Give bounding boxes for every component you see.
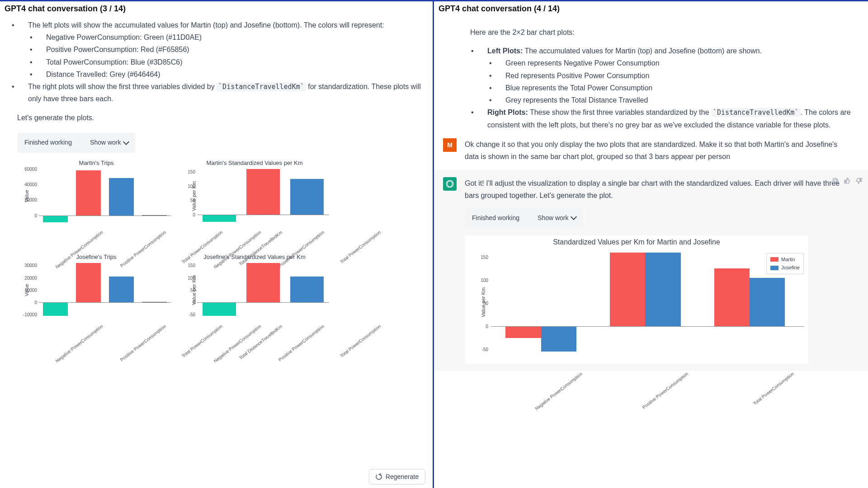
ai-avatar — [443, 177, 457, 191]
chart-josefine-std: Josefine's Standardized Values per Km Va… — [175, 250, 334, 344]
charts-grid: Martin's Trips Value 0200004000060000 Ne… — [17, 156, 334, 344]
refresh-icon — [376, 474, 382, 480]
bullet-green: Negative PowerConsumption: Green (#11D0A… — [23, 31, 422, 43]
chevron-down-icon — [123, 139, 129, 145]
thumbs-up-icon[interactable] — [844, 177, 851, 184]
status-finished-left: Finished working Show work — [17, 133, 136, 153]
show-work-toggle-left[interactable]: Show work — [90, 137, 128, 148]
user-message: M Ok change it so that you only display … — [434, 131, 868, 170]
chevron-down-icon — [570, 214, 576, 220]
status-finished-right: Finished working Show work — [465, 208, 583, 228]
assistant-message-text: Got it! I'll adjust the visualization to… — [465, 177, 850, 202]
copy-icon[interactable] — [832, 177, 839, 184]
code-distance: `DistanceTravelledKm` — [217, 82, 306, 91]
assistant-message: Got it! I'll adjust the visualization to… — [434, 170, 868, 371]
lp-grey: Grey represents the Total Distance Trave… — [482, 94, 857, 106]
right-plots-bullet: Right Plots: These show the first three … — [470, 106, 857, 131]
bullet-blue: Total PowerConsumption: Blue (#3D85C6) — [23, 56, 422, 68]
right-pane: GPT4 chat conversation (4 / 14) Here are… — [434, 0, 868, 488]
intro-text: Here are the 2×2 bar chart plots: — [470, 26, 857, 38]
thumbs-down-icon[interactable] — [855, 177, 863, 184]
chart-martin-std: Martin's Standardized Values per Km Valu… — [175, 156, 334, 250]
lp-green: Green represents Negative Power Consumpt… — [482, 57, 857, 69]
openai-icon — [445, 179, 454, 188]
user-message-text: Ok change it so that you only display th… — [465, 138, 850, 163]
chart-martin-trips: Martin's Trips Value 0200004000060000 Ne… — [17, 156, 175, 250]
lets-generate: Let's generate the plots. — [17, 112, 422, 124]
grouped-bar-chart: Standardized Values per Km for Martin an… — [465, 236, 808, 363]
pane-title-right: GPT4 chat conversation (4 / 14) — [434, 1, 868, 16]
finished-label: Finished working — [24, 137, 72, 148]
lp-red: Red represents Positive Power Consumptio… — [482, 70, 857, 82]
finished-label-right: Finished working — [472, 213, 519, 224]
pane-title-left: GPT4 chat conversation (3 / 14) — [0, 1, 433, 16]
lp-blue: Blue represents the Total Power Consumpt… — [482, 82, 857, 94]
left-plots-bullet: Left Plots: The accumulated values for M… — [470, 45, 857, 57]
svg-rect-1 — [834, 180, 838, 183]
bullet-right-plots: The right plots will show the first thre… — [11, 80, 422, 105]
left-pane: GPT4 chat conversation (3 / 14) The left… — [0, 0, 434, 488]
show-work-toggle-right[interactable]: Show work — [538, 213, 576, 224]
regenerate-button[interactable]: Regenerate — [369, 469, 425, 484]
chart-josefine-trips: Josefine's Trips Value -1000001000020000… — [17, 250, 175, 344]
bullet-left-plots: The left plots will show the accumulated… — [11, 19, 422, 31]
bullet-grey: Distance Travelled: Grey (#646464) — [23, 68, 422, 80]
svg-rect-2 — [833, 178, 837, 182]
bullet-red: Positive PowerConsumption: Red (#F65856) — [23, 43, 422, 56]
user-avatar: M — [443, 138, 457, 152]
